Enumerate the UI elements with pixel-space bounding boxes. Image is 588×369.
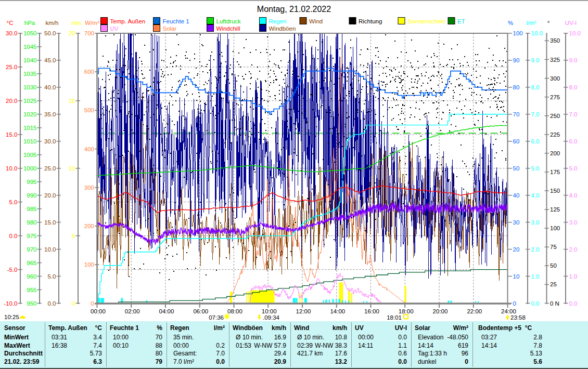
svg-text:%: % bbox=[508, 20, 513, 26]
svg-text:1045: 1045 bbox=[23, 44, 37, 50]
svg-text:965: 965 bbox=[27, 260, 36, 266]
svg-text:980: 980 bbox=[27, 219, 36, 226]
svg-text:300: 300 bbox=[84, 184, 94, 191]
svg-text:30: 30 bbox=[513, 219, 520, 226]
svg-text:-5.0: -5.0 bbox=[7, 267, 18, 273]
svg-text:2.0: 2.0 bbox=[531, 246, 540, 253]
svg-text:600: 600 bbox=[84, 69, 94, 75]
svg-text:04:00: 04:00 bbox=[159, 308, 174, 314]
svg-text:08:00: 08:00 bbox=[227, 308, 242, 314]
svg-text:50: 50 bbox=[550, 262, 557, 269]
svg-text:8.0: 8.0 bbox=[569, 84, 578, 90]
svg-text:60: 60 bbox=[513, 138, 520, 144]
svg-text:Windchill: Windchill bbox=[216, 25, 240, 32]
svg-text:40: 40 bbox=[513, 192, 520, 199]
svg-text:30.0: 30.0 bbox=[6, 30, 17, 36]
svg-text:25: 25 bbox=[550, 281, 557, 287]
svg-text:Richtung: Richtung bbox=[359, 18, 382, 24]
svg-text:10: 10 bbox=[513, 273, 520, 280]
svg-text:-10.0: -10.0 bbox=[4, 300, 17, 307]
svg-text:12:00: 12:00 bbox=[296, 308, 311, 314]
svg-text:25.0: 25.0 bbox=[44, 165, 56, 172]
svg-text:5.0: 5.0 bbox=[569, 165, 578, 172]
svg-text:1050: 1050 bbox=[23, 30, 37, 36]
svg-text:Luftdruck: Luftdruck bbox=[216, 18, 241, 24]
svg-text:km/h: km/h bbox=[46, 20, 59, 26]
svg-text:300: 300 bbox=[550, 75, 560, 82]
svg-text:1010: 1010 bbox=[23, 138, 37, 144]
svg-text:18:00: 18:00 bbox=[399, 308, 414, 314]
svg-text:500: 500 bbox=[84, 107, 94, 113]
svg-text:0: 0 bbox=[513, 300, 516, 307]
svg-text:200: 200 bbox=[550, 150, 560, 156]
svg-text:950: 950 bbox=[27, 300, 36, 307]
svg-text:07:36: 07:36 bbox=[209, 314, 224, 321]
svg-text:400: 400 bbox=[84, 146, 94, 152]
svg-text:6.0: 6.0 bbox=[531, 138, 540, 144]
svg-text:20: 20 bbox=[513, 246, 520, 253]
svg-text:50: 50 bbox=[513, 165, 520, 172]
svg-text:50.0: 50.0 bbox=[44, 30, 56, 36]
svg-text:4.0: 4.0 bbox=[531, 192, 540, 199]
svg-text:7.0: 7.0 bbox=[569, 111, 578, 117]
svg-text:325: 325 bbox=[550, 57, 560, 63]
svg-text:10.0: 10.0 bbox=[6, 165, 17, 172]
svg-text:0: 0 bbox=[72, 300, 75, 307]
svg-text:175: 175 bbox=[550, 169, 560, 175]
svg-text:7.0: 7.0 bbox=[531, 111, 540, 117]
svg-text:20: 20 bbox=[69, 30, 75, 36]
svg-text:0.0: 0.0 bbox=[48, 300, 56, 307]
svg-text:10.0: 10.0 bbox=[531, 30, 543, 36]
svg-text:l/m²: l/m² bbox=[526, 20, 536, 26]
svg-text:2.0: 2.0 bbox=[569, 246, 578, 253]
svg-text:Feuchte 1: Feuchte 1 bbox=[163, 18, 189, 24]
svg-text:970: 970 bbox=[27, 246, 36, 253]
svg-text:100: 100 bbox=[550, 225, 560, 231]
svg-text:1000: 1000 bbox=[23, 165, 37, 172]
svg-text:8.0: 8.0 bbox=[531, 84, 540, 90]
svg-text:min.: min. bbox=[71, 20, 83, 26]
svg-text:985: 985 bbox=[27, 206, 36, 212]
svg-text:0.0: 0.0 bbox=[531, 300, 540, 307]
svg-text:°: ° bbox=[547, 20, 550, 26]
svg-text:UV: UV bbox=[110, 25, 119, 32]
svg-text:Sonnenschein: Sonnenschein bbox=[407, 18, 445, 24]
svg-text:10.0: 10.0 bbox=[569, 30, 581, 36]
svg-text:06:00: 06:00 bbox=[193, 308, 208, 314]
svg-text:14:00: 14:00 bbox=[330, 308, 345, 314]
svg-text:ET: ET bbox=[457, 18, 465, 24]
svg-text:1040: 1040 bbox=[23, 57, 37, 63]
svg-text:200: 200 bbox=[84, 223, 94, 229]
svg-text:35.0: 35.0 bbox=[44, 111, 56, 117]
svg-text:6.0: 6.0 bbox=[569, 138, 578, 144]
svg-text:20.0: 20.0 bbox=[44, 192, 56, 199]
svg-text:250: 250 bbox=[550, 113, 560, 119]
svg-text:150: 150 bbox=[550, 188, 560, 194]
svg-text:0.0: 0.0 bbox=[9, 233, 18, 239]
svg-text:24:00: 24:00 bbox=[501, 308, 516, 314]
svg-text:22:00: 22:00 bbox=[467, 308, 482, 314]
svg-text:100: 100 bbox=[513, 30, 523, 36]
svg-text:10:00: 10:00 bbox=[262, 308, 277, 314]
svg-text:3.0: 3.0 bbox=[569, 219, 578, 226]
svg-text:1035: 1035 bbox=[23, 71, 37, 77]
svg-text:960: 960 bbox=[27, 273, 36, 280]
svg-text:W/m²: W/m² bbox=[85, 20, 99, 26]
svg-text:3.0: 3.0 bbox=[531, 219, 540, 226]
svg-text:9.0: 9.0 bbox=[569, 57, 578, 63]
svg-text:40.0: 40.0 bbox=[44, 84, 56, 90]
svg-text:1005: 1005 bbox=[23, 152, 37, 158]
svg-text:15.0: 15.0 bbox=[44, 219, 56, 226]
svg-text:Regen: Regen bbox=[269, 18, 287, 24]
svg-text:45.0: 45.0 bbox=[44, 57, 56, 63]
svg-text:hPa: hPa bbox=[24, 20, 35, 26]
svg-text:9.0: 9.0 bbox=[531, 57, 540, 63]
svg-text:Montag, 21.02.2022: Montag, 21.02.2022 bbox=[257, 5, 331, 14]
svg-text:10:25: 10:25 bbox=[4, 314, 19, 320]
svg-text:16:00: 16:00 bbox=[364, 308, 379, 314]
svg-text:275: 275 bbox=[550, 94, 560, 100]
svg-text:UV-I: UV-I bbox=[565, 20, 577, 26]
svg-text:225: 225 bbox=[550, 131, 560, 138]
svg-text:990: 990 bbox=[27, 192, 36, 199]
svg-text:80: 80 bbox=[513, 84, 520, 90]
